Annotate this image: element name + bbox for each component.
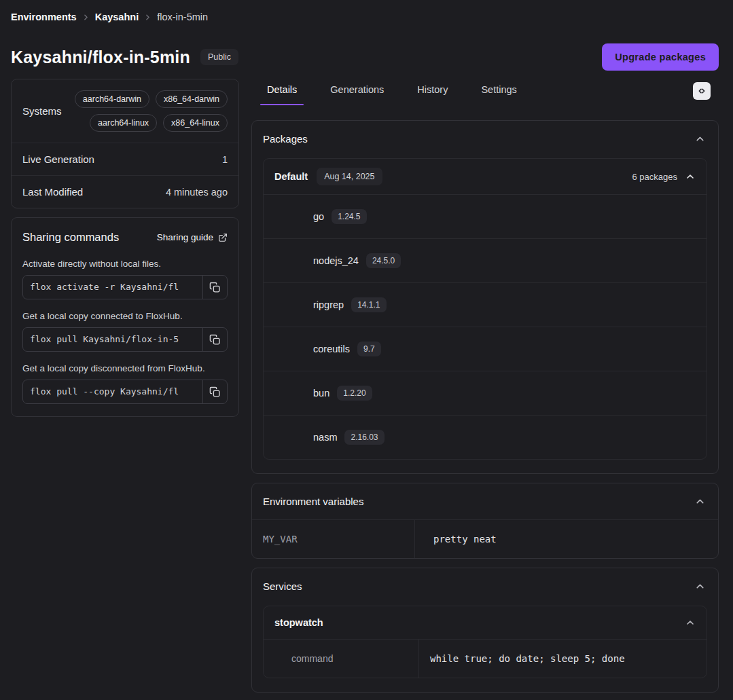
- package-row: nasm 2.16.03: [264, 415, 707, 459]
- visibility-badge: Public: [200, 49, 238, 65]
- chevron-up-icon: [694, 496, 706, 507]
- package-group-name: Default: [274, 171, 308, 182]
- systems-label: Systems: [22, 105, 62, 117]
- pull-copy-command-box: flox pull --copy Kaysahni/fl: [22, 380, 228, 404]
- tab-generations[interactable]: Generations: [330, 79, 384, 105]
- live-generation-label: Live Generation: [22, 153, 94, 165]
- package-version-badge: 1.2.20: [337, 386, 372, 401]
- package-row: go 1.24.5: [264, 194, 707, 238]
- package-name: go: [313, 211, 324, 222]
- service-command-key: command: [264, 640, 419, 678]
- env-vars-title: Environment variables: [263, 496, 363, 507]
- env-vars-section-header[interactable]: Environment variables: [252, 483, 718, 519]
- pull-command-box: flox pull Kaysahni/flox-in-5: [22, 327, 228, 352]
- package-name: nodejs_24: [313, 255, 359, 266]
- package-name: bun: [313, 388, 329, 399]
- env-vars-section: Environment variables MY_VAR pretty neat: [251, 483, 719, 559]
- pull-command-label: Get a local copy connected to FloxHub.: [22, 311, 228, 321]
- copy-button[interactable]: [202, 380, 227, 403]
- package-name: nasm: [313, 432, 337, 443]
- tab-bar: Details Generations History Settings: [251, 79, 719, 112]
- service-command-row: command while true; do date; sleep 5; do…: [264, 639, 707, 678]
- last-modified-value: 4 minutes ago: [166, 187, 228, 198]
- services-section-header[interactable]: Services: [252, 568, 718, 604]
- last-modified-label: Last Modified: [22, 186, 83, 198]
- package-name: ripgrep: [313, 299, 344, 310]
- chevron-up-icon: [685, 617, 696, 628]
- env-var-value: pretty neat: [415, 520, 718, 558]
- package-row: nodejs_24 24.5.0: [264, 238, 707, 282]
- floxhub-environment-page: Environments Kaysahni flox-in-5min Kaysa…: [0, 0, 733, 693]
- package-version-badge: 24.5.0: [366, 253, 401, 268]
- package-version-badge: 1.24.5: [332, 209, 366, 224]
- sharing-commands-card: Sharing commands Sharing guide Activate …: [11, 217, 239, 417]
- package-version-badge: 14.1.1: [351, 297, 386, 312]
- system-badge-x86_64-darwin: x86_64-darwin: [156, 90, 228, 108]
- package-name: coreutils: [313, 344, 350, 354]
- package-count: 6 packages: [632, 172, 678, 182]
- chevron-right-icon: [82, 13, 90, 22]
- breadcrumb: Environments Kaysahni flox-in-5min: [0, 0, 733, 22]
- live-generation-row: Live Generation 1: [12, 143, 238, 175]
- copy-icon: [209, 386, 221, 398]
- code-view-button[interactable]: [693, 82, 711, 100]
- sharing-guide-label: Sharing guide: [157, 232, 213, 242]
- copy-icon: [209, 334, 221, 346]
- tab-settings[interactable]: Settings: [481, 79, 516, 105]
- env-var-row: MY_VAR pretty neat: [252, 519, 718, 558]
- external-link-icon: [218, 233, 228, 242]
- service-name: stopwatch: [274, 617, 323, 628]
- service-command-value: while true; do date; sleep 5; done: [419, 640, 707, 678]
- activate-command-text: flox activate -r Kaysahni/fl: [23, 276, 202, 299]
- system-badge-x86_64-linux: x86_64-linux: [163, 114, 228, 132]
- activate-command-box: flox activate -r Kaysahni/fl: [22, 275, 228, 299]
- pull-command-text: flox pull Kaysahni/flox-in-5: [23, 328, 202, 351]
- package-row: ripgrep 14.1.1: [264, 282, 707, 327]
- chevron-up-icon: [694, 581, 706, 592]
- copy-button[interactable]: [202, 328, 227, 351]
- package-version-badge: 2.16.03: [344, 430, 384, 445]
- chevron-right-icon: [143, 13, 152, 22]
- chevron-up-icon: [694, 133, 706, 145]
- package-row: bun 1.2.20: [264, 371, 707, 415]
- activate-command-label: Activate directly without local files.: [22, 259, 228, 269]
- page-header: Kaysahni/flox-in-5min Public Upgrade pac…: [0, 43, 733, 71]
- tab-history[interactable]: History: [417, 79, 448, 105]
- system-badges: aarch64-darwin x86_64-darwin aarch64-lin…: [62, 90, 228, 132]
- code-icon: [696, 86, 707, 96]
- copy-button[interactable]: [202, 276, 227, 299]
- systems-row: Systems aarch64-darwin x86_64-darwin aar…: [12, 79, 238, 143]
- tab-details[interactable]: Details: [267, 79, 297, 105]
- packages-title: Packages: [263, 133, 308, 145]
- upgrade-packages-button[interactable]: Upgrade packages: [602, 43, 719, 71]
- packages-section-header[interactable]: Packages: [252, 121, 718, 157]
- pull-copy-command-label: Get a local copy disconnected from FloxH…: [22, 363, 228, 373]
- copy-icon: [209, 282, 221, 293]
- sidebar: Systems aarch64-darwin x86_64-darwin aar…: [11, 79, 239, 417]
- env-var-name: MY_VAR: [252, 520, 415, 558]
- last-modified-row: Last Modified 4 minutes ago: [12, 175, 238, 208]
- breadcrumb-owner[interactable]: Kaysahni: [95, 12, 139, 22]
- package-row: coreutils 9.7: [264, 327, 707, 371]
- chevron-up-icon: [685, 171, 696, 182]
- services-section: Services stopwatch command while true; d…: [251, 568, 719, 693]
- packages-section: Packages Default Aug 14, 2025 6 packages: [251, 120, 719, 474]
- system-badge-aarch64-darwin: aarch64-darwin: [75, 90, 149, 108]
- services-title: Services: [263, 581, 302, 592]
- package-group-default: Default Aug 14, 2025 6 packages go 1.24.…: [263, 158, 707, 460]
- service-header[interactable]: stopwatch: [264, 606, 707, 639]
- pull-copy-command-text: flox pull --copy Kaysahni/fl: [23, 380, 202, 403]
- page-title: Kaysahni/flox-in-5min: [11, 48, 190, 67]
- main-content: Details Generations History Settings Pac…: [251, 79, 719, 693]
- sharing-commands-title: Sharing commands: [22, 231, 119, 244]
- live-generation-value: 1: [222, 154, 228, 165]
- package-group-date-badge: Aug 14, 2025: [317, 168, 382, 185]
- sharing-guide-link[interactable]: Sharing guide: [157, 232, 228, 242]
- package-version-badge: 9.7: [357, 342, 381, 356]
- system-badge-aarch64-linux: aarch64-linux: [90, 114, 157, 132]
- environment-meta-card: Systems aarch64-darwin x86_64-darwin aar…: [11, 79, 239, 208]
- breadcrumb-current: flox-in-5min: [157, 12, 208, 22]
- breadcrumb-environments[interactable]: Environments: [11, 12, 77, 22]
- package-group-header[interactable]: Default Aug 14, 2025 6 packages: [264, 159, 707, 194]
- service-card-stopwatch: stopwatch command while true; do date; s…: [263, 606, 707, 678]
